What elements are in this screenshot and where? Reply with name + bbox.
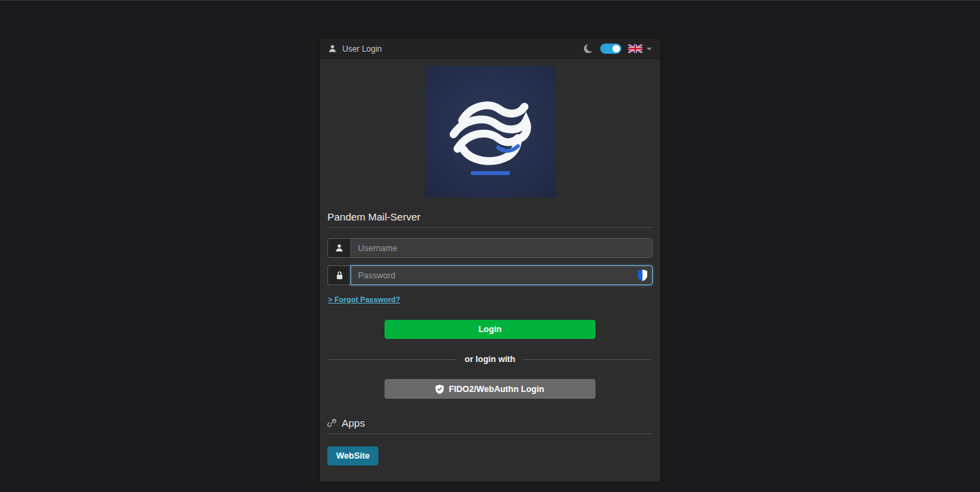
password-input[interactable] xyxy=(350,265,653,285)
shield-check-icon xyxy=(436,384,444,394)
brand-name: Pandem Mail-Server xyxy=(327,211,653,223)
fido2-button-label: FIDO2/WebAuthn Login xyxy=(448,384,544,394)
or-login-with-divider: or login with xyxy=(329,355,651,364)
language-dropdown[interactable] xyxy=(628,44,652,53)
uk-flag-icon xyxy=(628,44,642,53)
password-manager-shield-icon[interactable] xyxy=(638,269,647,281)
card-body: Pandem Mail-Server xyxy=(320,59,660,482)
apps-section-header: Apps xyxy=(327,417,653,429)
user-icon xyxy=(327,238,350,258)
cloud-logo xyxy=(425,66,556,197)
divider-line xyxy=(523,359,651,360)
username-input[interactable] xyxy=(350,238,653,258)
card-title: User Login xyxy=(342,44,382,54)
login-button[interactable]: Login xyxy=(385,320,595,339)
theme-toggle-knob xyxy=(612,45,620,52)
theme-toggle[interactable] xyxy=(600,44,621,54)
login-card: User Login xyxy=(320,39,660,482)
or-login-with-label: or login with xyxy=(465,355,515,364)
divider xyxy=(327,433,653,434)
chevron-down-icon xyxy=(647,48,652,50)
link-icon xyxy=(327,419,336,427)
forgot-password-link[interactable]: > Forgot Password? xyxy=(328,295,400,304)
apps-title: Apps xyxy=(342,417,365,429)
password-group xyxy=(327,265,653,285)
divider-line xyxy=(329,359,457,360)
lock-icon xyxy=(327,265,350,285)
username-group xyxy=(327,238,653,258)
brand-logo xyxy=(425,66,556,197)
moon-icon xyxy=(583,44,593,54)
fido2-webauthn-button[interactable]: FIDO2/WebAuthn Login xyxy=(385,379,595,399)
website-app-button[interactable]: WebSite xyxy=(327,446,378,465)
card-header: User Login xyxy=(320,39,660,59)
user-icon xyxy=(328,44,337,53)
divider xyxy=(327,227,653,228)
